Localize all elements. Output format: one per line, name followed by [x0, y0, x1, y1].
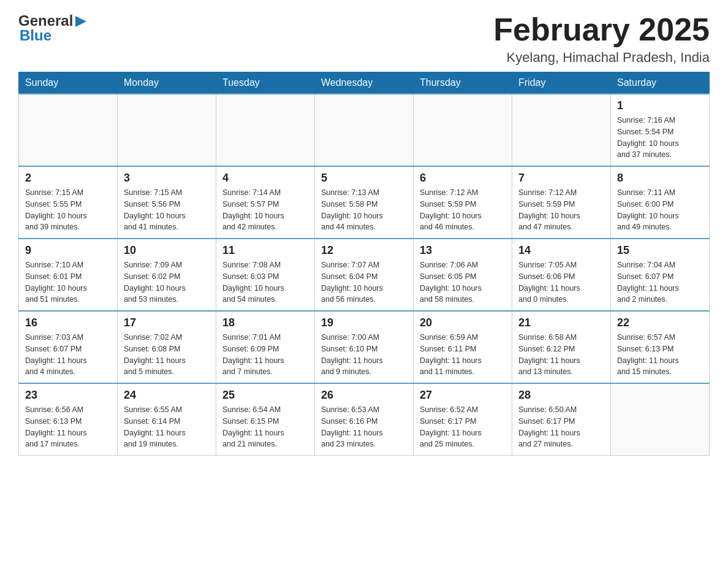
calendar-cell: 7Sunrise: 7:12 AMSunset: 5:59 PMDaylight…	[512, 166, 611, 239]
logo: General Blue	[18, 12, 88, 44]
day-number: 23	[25, 389, 111, 402]
day-info: Sunrise: 7:02 AMSunset: 6:08 PMDaylight:…	[124, 332, 210, 378]
calendar-cell: 6Sunrise: 7:12 AMSunset: 5:59 PMDaylight…	[414, 166, 512, 239]
page-header: General Blue February 2025 Kyelang, Hima…	[18, 12, 710, 66]
day-info: Sunrise: 7:15 AMSunset: 5:55 PMDaylight:…	[25, 187, 111, 233]
day-number: 14	[518, 244, 604, 257]
calendar-cell: 10Sunrise: 7:09 AMSunset: 6:02 PMDayligh…	[118, 239, 216, 311]
calendar-cell: 9Sunrise: 7:10 AMSunset: 6:01 PMDaylight…	[19, 239, 118, 311]
calendar-week-5: 23Sunrise: 6:56 AMSunset: 6:13 PMDayligh…	[19, 383, 710, 456]
day-info: Sunrise: 6:59 AMSunset: 6:11 PMDaylight:…	[420, 332, 506, 378]
day-number: 9	[25, 244, 111, 257]
day-info: Sunrise: 7:12 AMSunset: 5:59 PMDaylight:…	[518, 187, 604, 233]
calendar-cell: 20Sunrise: 6:59 AMSunset: 6:11 PMDayligh…	[414, 311, 512, 383]
day-info: Sunrise: 7:05 AMSunset: 6:06 PMDaylight:…	[518, 259, 604, 305]
day-number: 10	[124, 244, 210, 257]
logo-icon	[74, 15, 88, 28]
day-info: Sunrise: 6:54 AMSunset: 6:15 PMDaylight:…	[222, 404, 308, 450]
day-info: Sunrise: 7:04 AMSunset: 6:07 PMDaylight:…	[617, 259, 703, 305]
day-number: 26	[321, 389, 407, 402]
day-info: Sunrise: 6:53 AMSunset: 6:16 PMDaylight:…	[321, 404, 407, 450]
calendar-cell	[414, 94, 512, 166]
calendar-cell: 5Sunrise: 7:13 AMSunset: 5:58 PMDaylight…	[315, 166, 414, 239]
calendar-cell	[19, 94, 118, 166]
calendar-cell: 14Sunrise: 7:05 AMSunset: 6:06 PMDayligh…	[512, 239, 611, 311]
day-number: 20	[420, 316, 506, 329]
day-number: 19	[321, 316, 407, 329]
calendar-cell	[118, 94, 216, 166]
calendar-cell: 15Sunrise: 7:04 AMSunset: 6:07 PMDayligh…	[611, 239, 710, 311]
calendar-weekday-monday: Monday	[118, 72, 216, 94]
day-info: Sunrise: 7:03 AMSunset: 6:07 PMDaylight:…	[25, 332, 111, 378]
day-number: 18	[222, 316, 308, 329]
day-number: 17	[124, 316, 210, 329]
calendar-weekday-tuesday: Tuesday	[216, 72, 315, 94]
calendar-header-row: SundayMondayTuesdayWednesdayThursdayFrid…	[19, 72, 710, 94]
svg-marker-0	[75, 16, 86, 27]
day-info: Sunrise: 6:56 AMSunset: 6:13 PMDaylight:…	[25, 404, 111, 450]
day-info: Sunrise: 6:50 AMSunset: 6:17 PMDaylight:…	[518, 404, 604, 450]
day-number: 25	[222, 389, 308, 402]
calendar-weekday-wednesday: Wednesday	[315, 72, 414, 94]
calendar-cell: 16Sunrise: 7:03 AMSunset: 6:07 PMDayligh…	[19, 311, 118, 383]
day-number: 22	[617, 316, 703, 329]
calendar-cell	[611, 383, 710, 456]
day-number: 6	[420, 172, 506, 185]
calendar-cell: 1Sunrise: 7:16 AMSunset: 5:54 PMDaylight…	[611, 94, 710, 166]
calendar-weekday-sunday: Sunday	[19, 72, 118, 94]
calendar-cell: 22Sunrise: 6:57 AMSunset: 6:13 PMDayligh…	[611, 311, 710, 383]
calendar-weekday-saturday: Saturday	[611, 72, 710, 94]
calendar-cell: 27Sunrise: 6:52 AMSunset: 6:17 PMDayligh…	[414, 383, 512, 456]
day-info: Sunrise: 7:07 AMSunset: 6:04 PMDaylight:…	[321, 259, 407, 305]
day-number: 12	[321, 244, 407, 257]
calendar-cell: 2Sunrise: 7:15 AMSunset: 5:55 PMDaylight…	[19, 166, 118, 239]
logo-blue-text: Blue	[20, 27, 51, 44]
calendar-cell: 23Sunrise: 6:56 AMSunset: 6:13 PMDayligh…	[19, 383, 118, 456]
day-info: Sunrise: 7:10 AMSunset: 6:01 PMDaylight:…	[25, 259, 111, 305]
day-number: 1	[617, 99, 703, 112]
day-number: 13	[420, 244, 506, 257]
calendar-body: 1Sunrise: 7:16 AMSunset: 5:54 PMDaylight…	[19, 94, 710, 456]
page-subtitle: Kyelang, Himachal Pradesh, India	[493, 50, 710, 66]
day-number: 24	[124, 389, 210, 402]
title-area: February 2025 Kyelang, Himachal Pradesh,…	[493, 12, 710, 66]
calendar-cell: 19Sunrise: 7:00 AMSunset: 6:10 PMDayligh…	[315, 311, 414, 383]
day-number: 21	[518, 316, 604, 329]
day-info: Sunrise: 7:16 AMSunset: 5:54 PMDaylight:…	[617, 115, 703, 161]
day-info: Sunrise: 7:06 AMSunset: 6:05 PMDaylight:…	[420, 259, 506, 305]
calendar-cell	[512, 94, 611, 166]
calendar-cell: 21Sunrise: 6:58 AMSunset: 6:12 PMDayligh…	[512, 311, 611, 383]
calendar-cell: 4Sunrise: 7:14 AMSunset: 5:57 PMDaylight…	[216, 166, 315, 239]
day-info: Sunrise: 7:14 AMSunset: 5:57 PMDaylight:…	[222, 187, 308, 233]
calendar-cell: 28Sunrise: 6:50 AMSunset: 6:17 PMDayligh…	[512, 383, 611, 456]
day-info: Sunrise: 6:58 AMSunset: 6:12 PMDaylight:…	[518, 332, 604, 378]
calendar-weekday-friday: Friday	[512, 72, 611, 94]
day-number: 15	[617, 244, 703, 257]
day-info: Sunrise: 7:01 AMSunset: 6:09 PMDaylight:…	[222, 332, 308, 378]
calendar-table: SundayMondayTuesdayWednesdayThursdayFrid…	[18, 72, 710, 456]
day-info: Sunrise: 7:13 AMSunset: 5:58 PMDaylight:…	[321, 187, 407, 233]
calendar-week-3: 9Sunrise: 7:10 AMSunset: 6:01 PMDaylight…	[19, 239, 710, 311]
day-number: 28	[518, 389, 604, 402]
calendar-cell: 8Sunrise: 7:11 AMSunset: 6:00 PMDaylight…	[611, 166, 710, 239]
calendar-weekday-thursday: Thursday	[414, 72, 512, 94]
day-number: 7	[518, 172, 604, 185]
calendar-cell: 18Sunrise: 7:01 AMSunset: 6:09 PMDayligh…	[216, 311, 315, 383]
day-number: 11	[222, 244, 308, 257]
calendar-cell: 26Sunrise: 6:53 AMSunset: 6:16 PMDayligh…	[315, 383, 414, 456]
calendar-week-1: 1Sunrise: 7:16 AMSunset: 5:54 PMDaylight…	[19, 94, 710, 166]
calendar-cell: 17Sunrise: 7:02 AMSunset: 6:08 PMDayligh…	[118, 311, 216, 383]
day-info: Sunrise: 7:08 AMSunset: 6:03 PMDaylight:…	[222, 259, 308, 305]
day-info: Sunrise: 7:15 AMSunset: 5:56 PMDaylight:…	[124, 187, 210, 233]
calendar-cell: 25Sunrise: 6:54 AMSunset: 6:15 PMDayligh…	[216, 383, 315, 456]
day-number: 8	[617, 172, 703, 185]
calendar-cell: 13Sunrise: 7:06 AMSunset: 6:05 PMDayligh…	[414, 239, 512, 311]
day-info: Sunrise: 7:12 AMSunset: 5:59 PMDaylight:…	[420, 187, 506, 233]
day-info: Sunrise: 6:52 AMSunset: 6:17 PMDaylight:…	[420, 404, 506, 450]
day-number: 4	[222, 172, 308, 185]
calendar-cell	[216, 94, 315, 166]
day-info: Sunrise: 6:57 AMSunset: 6:13 PMDaylight:…	[617, 332, 703, 378]
day-number: 3	[124, 172, 210, 185]
calendar-cell: 3Sunrise: 7:15 AMSunset: 5:56 PMDaylight…	[118, 166, 216, 239]
day-number: 16	[25, 316, 111, 329]
